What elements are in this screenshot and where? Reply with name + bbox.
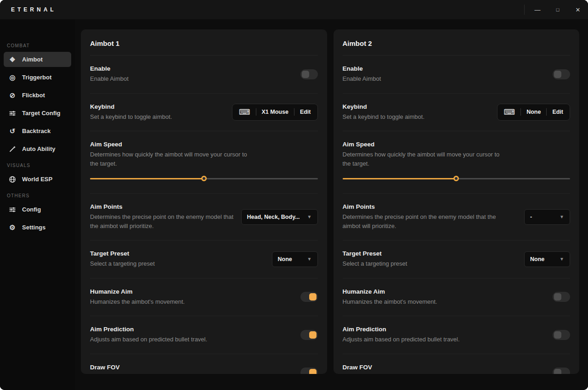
sidebar-item-label: Config	[22, 206, 41, 213]
close-icon: ✕	[576, 6, 581, 13]
rewind-clock-icon: ↺	[8, 128, 17, 134]
sidebar-item-settings[interactable]: ⚙ Settings	[4, 220, 71, 235]
setting-label: Aim Prediction	[90, 326, 248, 333]
enable-toggle[interactable]	[553, 69, 570, 79]
draw-fov-toggle[interactable]	[553, 368, 570, 374]
setting-label: Target Preset	[90, 250, 248, 257]
setting-row-enable: Enable Enable Aimbot	[343, 56, 571, 94]
sidebar-item-label: World ESP	[22, 176, 52, 183]
keyboard-icon: ⌨	[504, 108, 515, 116]
dropdown-value: -	[530, 214, 532, 220]
humanize-aim-toggle[interactable]	[300, 292, 318, 302]
sidebar: COMBAT ❖ Aimbot ◎ Triggerbot ⊘ Flickbot	[0, 19, 75, 390]
setting-label: Humanize Aim	[90, 288, 248, 295]
maximize-button[interactable]: □	[548, 0, 568, 19]
sidebar-item-world-esp[interactable]: World ESP	[4, 172, 71, 187]
setting-label: Draw FOV	[90, 364, 248, 371]
setting-row-draw-fov: Draw FOV Draw an FOV circle on the scree…	[343, 354, 571, 374]
sidebar-item-label: Auto Ability	[22, 145, 55, 152]
sliders-icon	[8, 110, 17, 117]
setting-row-aim-prediction: Aim Prediction Adjusts aim based on pred…	[343, 316, 571, 354]
slider-handle[interactable]	[201, 176, 207, 181]
dropdown-value: None	[278, 256, 292, 262]
divider	[294, 108, 294, 116]
sidebar-section-combat: COMBAT	[7, 43, 75, 48]
sidebar-section-others: OTHERS	[7, 193, 75, 198]
sidebar-item-triggerbot[interactable]: ◎ Triggerbot	[4, 70, 71, 85]
setting-description: Select a targeting preset	[90, 259, 248, 268]
setting-row-aim-speed: Aim Speed Determines how quickly the aim…	[90, 131, 318, 194]
setting-label: Aim Speed	[343, 141, 506, 148]
sidebar-item-target-config[interactable]: Target Config	[4, 106, 71, 121]
toggle-knob	[309, 369, 317, 374]
sidebar-item-auto-ability[interactable]: Auto Ability	[4, 141, 71, 156]
close-button[interactable]: ✕	[568, 0, 588, 19]
aim-prediction-toggle[interactable]	[300, 330, 318, 340]
setting-description: Determines the precise point on the enem…	[343, 212, 501, 230]
setting-description: Determines the precise point on the enem…	[90, 212, 236, 230]
sidebar-section-visuals: VISUALS	[7, 163, 75, 168]
setting-row-aim-prediction: Aim Prediction Adjusts aim based on pred…	[90, 316, 318, 354]
setting-description: Draw an FOV circle on the screen.	[343, 373, 501, 374]
panel-title: Aimbot 2	[343, 29, 571, 56]
enable-toggle[interactable]	[300, 69, 318, 79]
setting-label: Humanize Aim	[343, 288, 501, 295]
slider-handle[interactable]	[453, 176, 459, 181]
toggle-knob	[554, 369, 561, 374]
setting-description: Humanizes the aimbot's movement.	[343, 297, 501, 306]
sidebar-item-flickbot[interactable]: ⊘ Flickbot	[4, 88, 71, 103]
sliders-icon	[8, 206, 17, 213]
setting-row-target-preset: Target Preset Select a targeting preset …	[343, 240, 571, 279]
sidebar-item-backtrack[interactable]: ↺ Backtrack	[4, 123, 71, 139]
setting-description: Set a keybind to toggle aimbot.	[343, 112, 492, 122]
keybind-button[interactable]: ⌨ None Edit	[497, 104, 570, 121]
setting-label: Aim Points	[90, 203, 236, 210]
setting-description: Set a keybind to toggle aimbot.	[90, 112, 226, 122]
sidebar-item-label: Aimbot	[22, 56, 43, 63]
setting-label: Aim Prediction	[343, 326, 501, 333]
globe-icon	[8, 176, 17, 183]
setting-description: Determines how quickly the aimbot will m…	[343, 150, 506, 168]
toggle-knob	[554, 293, 561, 301]
humanize-aim-toggle[interactable]	[553, 292, 570, 302]
sidebar-item-label: Backtrack	[22, 128, 51, 134]
target-preset-dropdown[interactable]: None ▼	[272, 251, 318, 267]
maximize-icon: □	[556, 7, 560, 12]
setting-description: Enable Aimbot	[343, 74, 501, 84]
setting-row-target-preset: Target Preset Select a targeting preset …	[90, 240, 318, 279]
draw-fov-toggle[interactable]	[300, 368, 318, 374]
setting-description: Adjusts aim based on predicted bullet tr…	[343, 335, 501, 344]
keybind-edit-button[interactable]: Edit	[552, 109, 563, 115]
aim-prediction-toggle[interactable]	[553, 330, 570, 340]
setting-row-aim-points: Aim Points Determines the precise point …	[343, 194, 571, 240]
setting-description: Determines how quickly the aimbot will m…	[90, 150, 254, 168]
target-preset-dropdown[interactable]: None ▼	[524, 251, 570, 267]
aim-points-dropdown[interactable]: Head, Neck, Body... ▼	[241, 209, 318, 225]
minimize-button[interactable]: —	[527, 0, 548, 19]
magic-wand-icon	[8, 145, 17, 153]
aim-speed-slider[interactable]	[90, 174, 318, 183]
chevron-down-icon: ▼	[560, 215, 564, 219]
setting-label: Enable	[343, 65, 501, 72]
keybind-edit-button[interactable]: Edit	[300, 109, 311, 115]
toggle-knob	[309, 293, 317, 301]
keyboard-icon: ⌨	[239, 108, 250, 116]
sidebar-item-aimbot[interactable]: ❖ Aimbot	[4, 52, 71, 67]
setting-row-draw-fov: Draw FOV Draw an FOV circle on the scree…	[90, 354, 318, 374]
toggle-knob	[554, 331, 561, 339]
sidebar-item-config[interactable]: Config	[4, 202, 71, 217]
dropdown-value: None	[530, 256, 544, 262]
dropdown-value: Head, Neck, Body...	[247, 214, 300, 220]
sidebar-item-label: Target Config	[22, 110, 61, 117]
chevron-down-icon: ▼	[307, 215, 312, 219]
titlebar: ETERNAL — □ ✕	[0, 0, 588, 19]
setting-description: Enable Aimbot	[90, 74, 248, 84]
setting-label: Draw FOV	[343, 364, 501, 371]
aim-points-dropdown[interactable]: - ▼	[524, 209, 570, 225]
chevron-down-icon: ▼	[307, 257, 312, 262]
toggle-knob	[309, 331, 317, 339]
aim-speed-slider[interactable]	[343, 174, 571, 183]
slider-fill	[90, 178, 204, 179]
keybind-button[interactable]: ⌨ X1 Mouse Edit	[232, 104, 318, 121]
setting-description: Draw an FOV circle on the screen.	[90, 373, 248, 374]
